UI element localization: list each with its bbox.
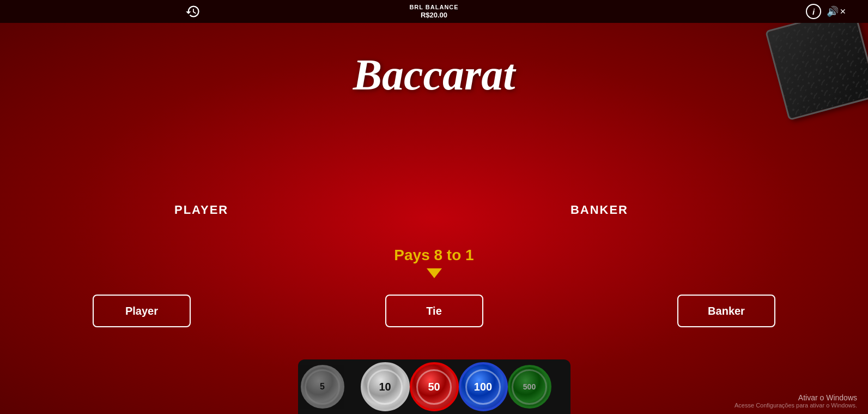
- top-bar-right: i 🔊 ✕: [806, 4, 846, 19]
- top-bar: BRL BALANCE R$20.00 i 🔊 ✕: [0, 0, 868, 23]
- chip-100[interactable]: 100: [459, 362, 508, 411]
- chip-5[interactable]: 5: [301, 365, 344, 409]
- card-deck-inner: [765, 7, 868, 121]
- windows-activation-title: Ativar o Windows: [735, 393, 857, 402]
- tie-bet-button[interactable]: Tie: [385, 295, 483, 327]
- sound-icon: 🔊: [827, 5, 839, 17]
- info-button[interactable]: i: [806, 4, 821, 19]
- card-deck: [770, 17, 868, 121]
- history-button[interactable]: [185, 4, 201, 19]
- banker-label: BANKER: [570, 203, 628, 217]
- history-icon: [185, 4, 201, 19]
- chip-500[interactable]: 500: [508, 365, 551, 409]
- sound-button[interactable]: 🔊 ✕: [827, 5, 846, 17]
- pays-arrow: [427, 268, 442, 278]
- chips-area: 5 10 50 100 500: [298, 359, 570, 414]
- close-icon: ✕: [840, 7, 846, 16]
- balance-value: R$20.00: [421, 11, 447, 20]
- player-label: PLAYER: [174, 203, 228, 217]
- game-title: Baccarat: [353, 50, 515, 100]
- banker-bet-button[interactable]: Banker: [677, 295, 775, 327]
- windows-activation-sub: Acesse Configurações para ativar o Windo…: [735, 402, 857, 409]
- chip-50[interactable]: 50: [410, 362, 459, 411]
- chip-10[interactable]: 10: [361, 362, 410, 411]
- balance-label: BRL BALANCE: [409, 4, 458, 11]
- windows-activation: Ativar o Windows Acesse Configurações pa…: [735, 393, 857, 409]
- player-bet-button[interactable]: Player: [93, 295, 191, 327]
- pays-text: Pays 8 to 1: [394, 247, 474, 264]
- main-area: Baccarat PLAYER BANKER Pays 8 to 1 Playe…: [0, 23, 868, 414]
- balance-display: BRL BALANCE R$20.00: [409, 4, 458, 20]
- card-deck-pattern: [767, 9, 868, 119]
